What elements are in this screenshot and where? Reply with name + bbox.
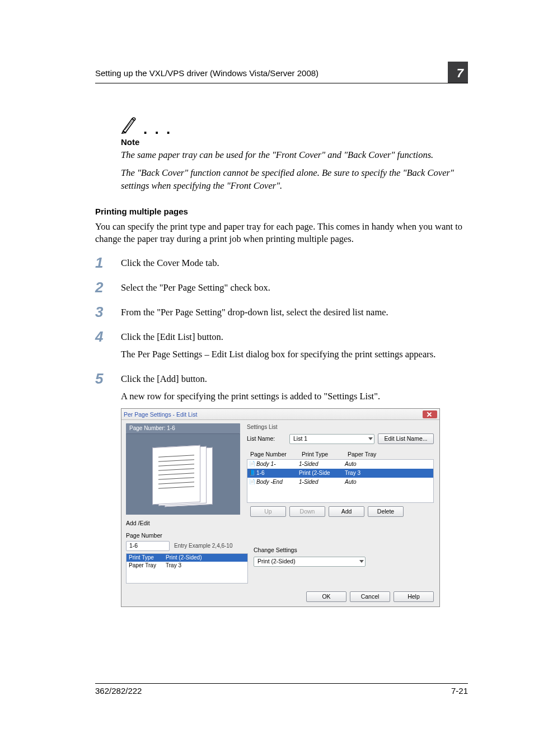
footer-rule (95, 683, 468, 684)
chapter-box: 7 (448, 62, 468, 83)
note-ellipsis: . . . (143, 120, 172, 137)
step-5-text: Click the [Add] button. (121, 373, 440, 386)
page-range-icon: 📘 (247, 469, 256, 476)
add-edit-label: Add /Edit (121, 517, 439, 527)
list-row[interactable]: 📘 1-6 Print (2-Side Tray 3 (247, 469, 433, 478)
section-heading: Printing multiple pages (95, 207, 468, 216)
edit-list-name-button[interactable]: Edit List Name... (378, 433, 434, 444)
settings-list-label: Settings List (243, 423, 434, 431)
footer-right: 7-21 (451, 686, 468, 696)
down-button[interactable]: Down (289, 506, 325, 517)
col-paper-tray: Paper Tray (344, 450, 434, 459)
step-4-number: 4 (95, 329, 121, 361)
delete-button[interactable]: Delete (368, 506, 404, 517)
page-icon: 📄 (247, 478, 256, 485)
step-2-text: Select the "Per Page Setting" check box. (121, 280, 270, 295)
col-page-number: Page Number (247, 450, 298, 459)
page-number-input[interactable]: 1-6 (126, 541, 170, 551)
header-rule (95, 83, 468, 83)
dialog-title: Per Page Settings - Edit List (124, 410, 197, 418)
page-icon: 📄 (247, 460, 256, 467)
step-2-number: 2 (95, 280, 121, 295)
footer-left: 362/282/222 (95, 686, 142, 696)
close-icon[interactable] (423, 410, 437, 418)
chevron-down-icon (359, 560, 364, 563)
chevron-down-icon (368, 437, 373, 440)
section-body: You can specify the print type and paper… (95, 221, 468, 246)
help-button[interactable]: Help (394, 591, 434, 602)
preview-page-number: Page Number: 1-6 (126, 423, 240, 433)
list-row[interactable]: 📄 Body -End 1-Sided Auto (247, 478, 433, 487)
up-button[interactable]: Up (250, 506, 286, 517)
ok-button[interactable]: OK (306, 591, 346, 602)
chapter-number: 7 (457, 66, 463, 81)
dialog-titlebar[interactable]: Per Page Settings - Edit List (121, 409, 439, 420)
entry-example: Entry Example 2,4,6-10 (174, 542, 233, 550)
list-row[interactable]: 📄 Body 1- 1-Sided Auto (247, 460, 433, 469)
change-settings-label: Change Settings (248, 546, 435, 554)
step-1-text: Click the Cover Mode tab. (121, 255, 219, 270)
list-name-label: List Name: (247, 435, 289, 442)
property-row[interactable]: Print Type Print (2-Sided) (127, 554, 247, 562)
step-4-text: Click the [Edit List] button. (121, 331, 435, 344)
step-3-number: 3 (95, 305, 121, 319)
list-name-value: List 1 (293, 435, 307, 442)
change-settings-value: Print (2-Sided) (257, 557, 296, 565)
header-section: Setting up the VXL/VPS driver (Windows V… (95, 68, 318, 78)
note-label: Note (121, 137, 468, 147)
note-icon (121, 116, 138, 134)
per-page-settings-dialog: Per Page Settings - Edit List Page Numbe… (121, 408, 440, 606)
change-settings-dropdown[interactable]: Print (2-Sided) (254, 557, 366, 567)
property-list[interactable]: Print Type Print (2-Sided) Paper Tray Tr… (126, 553, 248, 584)
step-4-subtext: The Per Page Settings – Edit List dialog… (121, 348, 435, 361)
step-5-number: 5 (95, 371, 121, 607)
settings-list[interactable]: 📄 Body 1- 1-Sided Auto 📘 1-6 Print (2-Si (247, 459, 434, 503)
note-paragraph-1: The same paper tray can be used for the … (121, 149, 468, 161)
list-name-dropdown[interactable]: List 1 (289, 434, 374, 444)
step-5-subtext: A new row for specifying the print setti… (121, 390, 440, 403)
col-print-type: Print Type (298, 450, 344, 459)
add-button[interactable]: Add (329, 506, 364, 517)
page-number-label: Page Number (126, 531, 248, 539)
step-1-number: 1 (95, 255, 121, 270)
cancel-button[interactable]: Cancel (350, 591, 390, 602)
settings-list-header: Page Number Print Type Paper Tray (247, 450, 434, 459)
property-row[interactable]: Paper Tray Tray 3 (127, 562, 247, 570)
preview-pane (126, 433, 240, 514)
note-paragraph-2: The "Back Cover" function cannot be spec… (121, 167, 468, 192)
step-3-text: From the "Per Page Setting" drop-down li… (121, 305, 388, 319)
